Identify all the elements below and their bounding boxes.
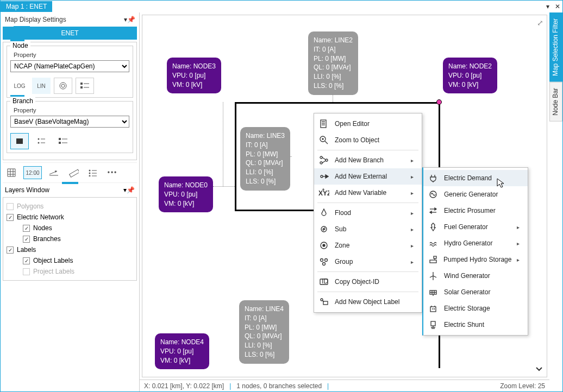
branch-legend: Branch bbox=[10, 97, 35, 105]
svg-rect-61 bbox=[434, 256, 436, 258]
layer-nodes: Nodes bbox=[33, 224, 52, 232]
menu-item-zone[interactable]: Zone▸ bbox=[314, 237, 422, 254]
submenu-arrow-icon: ▸ bbox=[411, 174, 416, 180]
lin-button[interactable]: LIN bbox=[32, 78, 51, 94]
branch-icon bbox=[318, 155, 329, 165]
menu-item-copy-object-id[interactable]: IDCopy Object-ID bbox=[314, 274, 422, 290]
menu-item-add-new-branch[interactable]: Add New Branch▸ bbox=[314, 152, 422, 168]
status-zoom: Zoom Level: 25 bbox=[500, 382, 545, 390]
menu-item-electric-storage[interactable]: Electric Storage bbox=[423, 300, 528, 317]
svg-rect-11 bbox=[59, 138, 61, 140]
xyz-icon: XYZ bbox=[318, 188, 329, 198]
legend-icon[interactable] bbox=[76, 78, 94, 94]
menu-item-solar-generator[interactable]: Solar Generator bbox=[423, 284, 528, 300]
menu-item-fuel-generator[interactable]: Fuel Generator▸ bbox=[423, 219, 528, 235]
prosumer-icon bbox=[428, 206, 439, 216]
svg-marker-57 bbox=[435, 208, 436, 210]
ruler-icon[interactable] bbox=[66, 166, 81, 179]
layer-branches: Branches bbox=[33, 235, 61, 243]
branch-property-select[interactable]: BaseV (BaseVoltageMag) bbox=[10, 116, 129, 128]
label-node3[interactable]: Name: NODE3VPU: 0 [pu]VM: 0 [kV] bbox=[167, 58, 221, 93]
menu-item-flood[interactable]: Flood▸ bbox=[314, 205, 422, 221]
titlebar: Map 1 : ENET ▾ ✕ bbox=[1, 1, 562, 12]
menu-item-pumped-hydro-storage[interactable]: Pumped Hydro Storage▸ bbox=[423, 251, 528, 268]
elec-checkbox[interactable]: ✓ bbox=[7, 214, 14, 221]
edge bbox=[235, 102, 236, 211]
menu-item-sub[interactable]: Sub▸ bbox=[314, 221, 422, 237]
branches-checkbox[interactable]: ✓ bbox=[23, 236, 30, 243]
status-coords: X: 0.021 [km], Y: 0.022 [km] bbox=[144, 382, 224, 390]
svg-point-23 bbox=[89, 175, 91, 177]
bullets-icon[interactable] bbox=[85, 166, 101, 179]
radial-icon[interactable] bbox=[54, 78, 72, 94]
label-node2[interactable]: Name: NODE2VPU: 0 [pu]VM: 0 [kV] bbox=[443, 58, 497, 93]
label-node0[interactable]: Name: NODE0VPU: 0 [pu]VM: 0 [kV] bbox=[159, 176, 213, 212]
labels-checkbox[interactable]: ✓ bbox=[7, 246, 14, 254]
tab-map-selection-filter[interactable]: Map Selection Filter bbox=[549, 12, 562, 82]
submenu-arrow-icon: ▸ bbox=[411, 190, 416, 196]
menu-item-electric-demand[interactable]: Electric Demand bbox=[423, 170, 528, 186]
menu-item-add-new-variable[interactable]: XYZAdd New Variable▸ bbox=[314, 185, 422, 201]
dropdown-icon[interactable]: ▾ bbox=[543, 3, 553, 10]
sub-icon bbox=[318, 224, 329, 234]
tab-node-bar[interactable]: Node Bar bbox=[549, 82, 562, 122]
menu-item-group[interactable]: Group▸ bbox=[314, 254, 422, 270]
svg-point-49 bbox=[323, 263, 326, 265]
menu-item-generic-generator[interactable]: Generic Generator bbox=[423, 186, 528, 203]
polygons-checkbox[interactable] bbox=[7, 203, 14, 210]
svg-point-34 bbox=[320, 162, 322, 164]
menu-item-wind-generator[interactable]: Wind Generator bbox=[423, 268, 528, 284]
menu-item-open-editor[interactable]: Open Editor bbox=[314, 116, 422, 132]
time-button[interactable]: 12:00 bbox=[23, 166, 42, 179]
log-button[interactable]: LOG bbox=[10, 78, 29, 94]
menu-item-add-new-object-label[interactable]: Add New Object Label bbox=[314, 294, 422, 310]
fuel-icon bbox=[428, 222, 439, 232]
label-line3[interactable]: Name: LINE3IT: 0 [A]PL: 0 [MW]QL: 0 [MVA… bbox=[240, 127, 290, 191]
window-tab[interactable]: Map 1 : ENET bbox=[1, 1, 52, 12]
svg-line-37 bbox=[322, 161, 326, 163]
node-property-select[interactable]: NCAP (NamePlateCapGen) bbox=[10, 60, 129, 72]
svg-line-65 bbox=[430, 276, 433, 277]
context-menu[interactable]: Open EditorZoom to ObjectAdd New Branch▸… bbox=[314, 113, 422, 313]
nodes-checkbox[interactable]: ✓ bbox=[23, 225, 30, 232]
menu-item-zoom-to-object[interactable]: Zoom to Object bbox=[314, 132, 422, 148]
label-node4[interactable]: Name: NODE4VPU: 0 [pu]VM: 0 [kV] bbox=[155, 333, 209, 369]
submenu-arrow-icon: ▸ bbox=[411, 259, 416, 265]
layers-panel: Polygons ✓Electric Network ✓Nodes ✓Branc… bbox=[3, 197, 137, 281]
map-canvas[interactable]: ⤢ Name: LINE2IT: 0 [A]PL: bbox=[142, 15, 547, 377]
list-mode-icon[interactable] bbox=[32, 133, 51, 149]
more-icon[interactable]: ••• bbox=[105, 166, 120, 179]
selected-node-marker[interactable] bbox=[436, 99, 442, 105]
label-line4[interactable]: Name: LINE4IT: 0 [A]PL: 0 [MW]QL: 0 [MVA… bbox=[239, 300, 289, 364]
objlabels-checkbox[interactable]: ✓ bbox=[23, 257, 30, 264]
pin-icon[interactable]: 📌 bbox=[127, 16, 135, 23]
menu-item-hydro-generator[interactable]: Hydro Generator▸ bbox=[423, 235, 528, 251]
menu-item-add-new-external[interactable]: Add New External▸ bbox=[314, 168, 422, 185]
menu-item-electric-shunt[interactable]: Electric Shunt bbox=[423, 317, 528, 333]
label-line2[interactable]: Name: LINE2IT: 0 [A]PL: 0 [MW]QL: 0 [MVA… bbox=[308, 31, 358, 95]
settings-tab[interactable]: ENET bbox=[3, 27, 137, 40]
node-group: Node Property NCAP (NamePlateCapGen) LOG… bbox=[7, 46, 133, 98]
status-selection: 1 nodes, 0 branches selected bbox=[236, 382, 322, 390]
close-icon[interactable]: ✕ bbox=[553, 3, 562, 10]
layer-polygons: Polygons bbox=[17, 203, 43, 210]
submenu-arrow-icon: ▸ bbox=[411, 243, 416, 249]
svg-rect-13 bbox=[59, 142, 61, 144]
legend2-icon[interactable] bbox=[54, 133, 72, 149]
context-submenu[interactable]: Electric DemandGeneric GeneratorElectric… bbox=[422, 167, 528, 336]
pin-icon[interactable]: 📌 bbox=[127, 186, 135, 194]
layer-labels: Labels bbox=[17, 246, 36, 254]
arrow-icon[interactable] bbox=[46, 166, 61, 179]
svg-marker-16 bbox=[55, 170, 57, 173]
grid-icon[interactable] bbox=[4, 166, 19, 179]
statusbar: X: 0.021 [km], Y: 0.022 [km] | 1 nodes, … bbox=[140, 380, 549, 391]
projlabels-checkbox[interactable] bbox=[23, 268, 30, 275]
svg-point-48 bbox=[325, 259, 328, 262]
svg-point-21 bbox=[89, 173, 91, 174]
id-icon: ID bbox=[318, 277, 329, 287]
solar-icon bbox=[428, 287, 439, 297]
fill-mode-icon[interactable] bbox=[10, 133, 29, 149]
svg-rect-53 bbox=[323, 301, 328, 305]
menu-item-electric-prosumer[interactable]: Electric Prosumer bbox=[423, 203, 528, 219]
plug-icon bbox=[428, 173, 439, 183]
